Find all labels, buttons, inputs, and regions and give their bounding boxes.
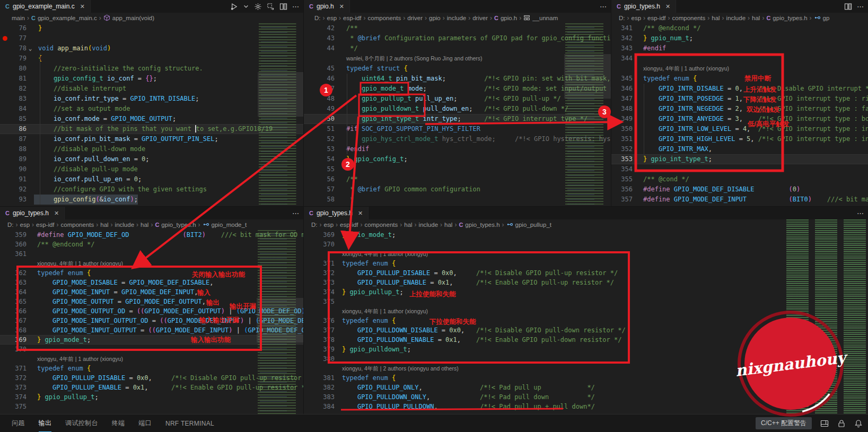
breadcrumb-segment[interactable]: driver	[472, 15, 488, 21]
layout-icon[interactable]	[820, 419, 829, 428]
breadcrumb-segment[interactable]: components	[365, 222, 398, 228]
split-editor-icon[interactable]	[844, 3, 852, 11]
fold-chevron-icon[interactable]: ⌄	[27, 43, 34, 54]
breadcrumb-segment[interactable]: Cgpio_example_main.c	[31, 15, 97, 21]
code-text: } gpio_pullup_t;	[340, 287, 404, 297]
code-text	[341, 164, 346, 174]
tab-gpio-h[interactable]: C gpio.h ✕	[304, 0, 350, 13]
compare-icon[interactable]	[267, 3, 275, 11]
breadcrumb-segment[interactable]: Cgpio_types.h	[155, 222, 196, 228]
breadcrumb-segment[interactable]: driver	[407, 15, 423, 21]
breadcrumb-segment[interactable]: Cgpio.h	[494, 15, 517, 21]
breadcrumb-segment[interactable]: __unnam	[523, 14, 558, 22]
line-number: 370	[0, 345, 27, 354]
breadcrumb-segment[interactable]: esp	[632, 15, 642, 21]
split-editor-icon[interactable]	[279, 3, 287, 11]
close-icon[interactable]: ✕	[665, 3, 670, 10]
breakpoint-icon[interactable]	[3, 36, 7, 41]
close-icon[interactable]: ✕	[54, 210, 59, 217]
gear-icon[interactable]	[254, 3, 262, 11]
breadcrumb-segment[interactable]: hal	[141, 222, 148, 228]
chevron-down-icon[interactable]	[243, 3, 249, 10]
codelens-text[interactable]: xiongyu, 4年前 | 1 author (xiongyu)	[638, 64, 729, 74]
ellipsis-icon[interactable]: ⋯	[292, 209, 299, 217]
breadcrumb-segment[interactable]: esp	[20, 222, 30, 228]
code-text: #endif	[638, 43, 666, 54]
breadcrumb-segment[interactable]: components	[672, 15, 706, 21]
breadcrumb-segment[interactable]: include	[447, 15, 466, 21]
code-text: GPIO_PULLUP_DISABLE = 0x0, /*!< Disable …	[340, 268, 618, 278]
panel-tab-问题[interactable]: 问题	[12, 415, 25, 432]
line-number: 354	[611, 164, 633, 174]
codelens-text[interactable]: xiongyu, 4年前 | 1 author (xiongyu)	[32, 354, 123, 364]
ellipsis-icon[interactable]: ⋯	[857, 209, 864, 217]
panel-tab-端口[interactable]: 端口	[138, 415, 152, 432]
fold-gutter	[27, 335, 32, 345]
breadcrumb-segment[interactable]: hal	[752, 15, 760, 21]
breadcrumb-segment[interactable]: hal	[444, 222, 452, 228]
code-text: } gpio_pulldown_t;	[340, 345, 411, 354]
bell-icon[interactable]	[854, 419, 863, 428]
breadcrumb-segment[interactable]: D:	[7, 222, 14, 228]
breadcrumb-segment[interactable]: esp	[324, 222, 334, 228]
minimap[interactable]	[257, 230, 303, 414]
breadcrumb-segment[interactable]: gpio	[429, 15, 441, 21]
close-icon[interactable]: ✕	[80, 3, 85, 10]
breadcrumb-segment[interactable]: esp	[327, 15, 337, 21]
codelens-text[interactable]: xiongyu, 4年前 | 1 author (xiongyu)	[32, 259, 123, 268]
debug-run-icon[interactable]	[230, 3, 238, 11]
fold-gutter	[27, 114, 34, 124]
panel-tab-终端[interactable]: 终端	[112, 415, 125, 432]
tab-gpio-types-h[interactable]: C gpio_types.h ✕	[611, 0, 676, 13]
breadcrumb-segment[interactable]: gp	[814, 14, 830, 22]
breadcrumb-segment[interactable]: esp-idf	[647, 15, 666, 21]
codelens-text[interactable]: xiongyu, 4年前 | 1 author (xiongyu)	[340, 306, 428, 316]
breadcrumb-segment[interactable]: include	[419, 222, 438, 228]
tab-gpio-types-h[interactable]: C gpio_types.h ✕	[304, 207, 369, 219]
breadcrumb-segment[interactable]: gpio_pullup_t	[506, 221, 551, 229]
breadcrumb-segment[interactable]: esp-idf	[343, 15, 362, 21]
minimap[interactable]	[564, 23, 611, 206]
breadcrumb-segment[interactable]: include	[115, 222, 134, 228]
tab-gpio-example-main-c[interactable]: C gpio_example_main.c ✕	[0, 0, 91, 13]
breadcrumb-segment[interactable]: D:	[619, 15, 625, 21]
breadcrumb-segment[interactable]: hal	[100, 222, 108, 228]
breadcrumb-segment[interactable]: Cgpio_types.h	[766, 15, 807, 21]
breadcrumb-segment[interactable]: hal	[404, 222, 412, 228]
code-editor[interactable]: 369} gpio_mode_t;370xiongyu, 4年前 | 1 aut…	[304, 230, 868, 414]
breadcrumb-segment[interactable]: include	[726, 15, 746, 21]
breadcrumb-segment[interactable]: D:	[311, 222, 318, 228]
ellipsis-icon[interactable]: ⋯	[857, 3, 864, 11]
close-icon[interactable]: ✕	[339, 3, 344, 10]
line-number: 91	[0, 174, 27, 184]
panel-tab-输出[interactable]: 输出	[39, 415, 52, 432]
code-editor[interactable]: 341/** @endcond */342} gpio_num_t;343#en…	[611, 23, 868, 206]
cpp-config-warning-badge[interactable]: C/C++ 配置警告	[756, 417, 812, 429]
breadcrumb-segment[interactable]: app_main(void)	[103, 14, 154, 22]
breadcrumb-segment[interactable]: esp-idf	[36, 222, 55, 228]
minimap[interactable]	[785, 219, 868, 414]
codelens-text[interactable]: xiongyu, 4年前 | 1 author (xiongyu)	[340, 249, 428, 259]
minimap[interactable]	[258, 23, 303, 206]
ellipsis-icon[interactable]: ⋯	[600, 3, 607, 11]
line-number: 376	[304, 316, 335, 325]
tab-gpio-types-h[interactable]: C gpio_types.h ✕	[0, 207, 65, 219]
code-text: GPIO_INTR_ANYEDGE = 3, /*!< GPIO interru…	[638, 114, 868, 124]
breadcrumb-segment[interactable]: Cgpio_types.h	[459, 222, 499, 228]
codelens-text[interactable]: wanlei, 8个月前 | 2 authors (Song Ruo Jing …	[341, 54, 483, 64]
code-text: GPIO_INTR_POSEDGE = 1, /*!< GPIO interru…	[638, 94, 868, 104]
codelens-text[interactable]: xiongyu, 4年前 | 2 authors (xiongyu and ot…	[340, 364, 459, 373]
breadcrumb-segment[interactable]: hal	[712, 15, 720, 21]
panel-tab-调试控制台[interactable]: 调试控制台	[65, 415, 98, 432]
code-text	[32, 249, 37, 259]
breadcrumb-segment[interactable]: D:	[314, 15, 321, 21]
breadcrumb-segment[interactable]: esp-idf	[340, 222, 358, 228]
breadcrumb-segment[interactable]: components	[368, 15, 401, 21]
panel-tab-NRF TERMINAL[interactable]: NRF TERMINAL	[165, 415, 214, 432]
breadcrumb-segment[interactable]: main	[12, 15, 25, 21]
ellipsis-icon[interactable]: ⋯	[292, 3, 299, 11]
breadcrumb-segment[interactable]: gpio_mode_t	[203, 221, 247, 229]
lock-icon[interactable]	[837, 419, 846, 428]
breadcrumb-segment[interactable]: components	[61, 222, 94, 228]
close-icon[interactable]: ✕	[358, 210, 363, 217]
